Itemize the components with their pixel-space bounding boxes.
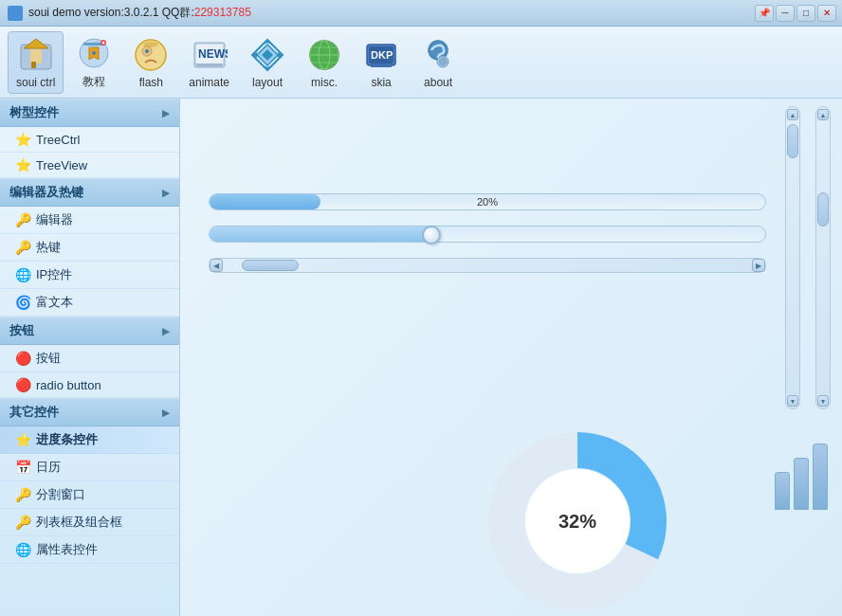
- sidebar-item-property[interactable]: 🌐 属性表控件: [0, 536, 179, 564]
- toolbar-item-soui-ctrl[interactable]: soui ctrl: [8, 31, 64, 94]
- toolbar-item-about[interactable]: about: [412, 32, 465, 93]
- sidebar-item-hotkey[interactable]: 🔑 热键: [0, 234, 179, 262]
- toolbar-item-skia[interactable]: DKP skia: [355, 32, 408, 93]
- toolbar-label-misc: misc.: [311, 76, 338, 89]
- toolbar-item-flash[interactable]: flash: [124, 32, 177, 93]
- ip-icon: 🌐: [15, 267, 30, 282]
- toolbar-item-tutorial[interactable]: 教程: [67, 30, 120, 94]
- group-label-tree: 树型控件: [9, 104, 59, 121]
- svg-rect-3: [31, 62, 36, 68]
- minimize-button[interactable]: ─: [776, 5, 795, 22]
- hscroll-container: ◀ ▶: [209, 258, 766, 273]
- toolbar-label-animate: animate: [189, 76, 229, 89]
- bar-2: [794, 458, 809, 510]
- radio-icon: 🔴: [15, 377, 30, 392]
- sidebar-group-tree[interactable]: 树型控件 ▶: [0, 99, 179, 127]
- toolbar-label-skia: skia: [371, 76, 391, 89]
- slider-container: [209, 226, 766, 243]
- arrow-icon-4: ▶: [162, 408, 170, 418]
- item-label-treectrl: TreeCtrl: [36, 133, 80, 147]
- property-icon: 🌐: [15, 542, 30, 557]
- restore-button[interactable]: □: [796, 5, 815, 22]
- bar-3: [813, 444, 828, 510]
- item-label-split: 分割窗口: [36, 486, 85, 503]
- progress-track: 20%: [209, 193, 766, 210]
- donut-chart: 32%: [483, 426, 672, 616]
- layout-icon: [248, 36, 286, 74]
- hscroll-right-button[interactable]: ▶: [752, 259, 765, 272]
- misc-icon: [305, 36, 343, 74]
- sidebar-item-radio[interactable]: 🔴 radio button: [0, 372, 179, 398]
- pin-button[interactable]: 📌: [755, 5, 774, 22]
- slider-thumb[interactable]: [422, 226, 441, 245]
- hscroll-thumb[interactable]: [242, 260, 299, 271]
- titlebar-text: soui demo version:3.0.2.1 QQ群:229313785: [28, 5, 251, 21]
- sidebar-item-ip[interactable]: 🌐 IP控件: [0, 262, 179, 289]
- arrow-icon-2: ▶: [162, 188, 170, 198]
- sidebar-group-button[interactable]: 按钮 ▶: [0, 317, 179, 345]
- star-icon: ⭐: [15, 132, 30, 147]
- item-label-treeview: TreeView: [36, 158, 87, 172]
- title-text: soui demo version:3.0.2.1 QQ群:: [28, 6, 194, 19]
- vscroll-down-button-1[interactable]: ▼: [787, 395, 798, 407]
- vscroll-thumb-1[interactable]: [787, 124, 798, 158]
- progress-fill: [210, 194, 320, 209]
- svg-point-12: [143, 42, 158, 47]
- hscroll-left-button[interactable]: ◀: [210, 259, 223, 272]
- svg-point-8: [102, 42, 105, 45]
- hscroll-inner: [223, 259, 752, 272]
- item-label-radio: radio button: [36, 378, 101, 392]
- close-button[interactable]: ✕: [817, 5, 836, 22]
- star-icon-2: ⭐: [15, 157, 30, 172]
- about-icon: [419, 36, 457, 74]
- hotkey-icon: 🔑: [15, 240, 30, 255]
- button-icon: 🔴: [15, 351, 30, 366]
- sidebar-item-calendar[interactable]: 📅 日历: [0, 454, 179, 481]
- sidebar-item-richtext[interactable]: 🌀 富文本: [0, 289, 179, 317]
- group-label-editor: 编辑器及热键: [9, 184, 83, 201]
- svg-rect-2: [30, 49, 42, 63]
- sidebar-group-other[interactable]: 其它控件 ▶: [0, 398, 179, 426]
- slider-track[interactable]: [209, 226, 766, 243]
- item-label-button: 按钮: [36, 350, 61, 367]
- bar-1: [775, 472, 790, 510]
- toolbar-label-soui-ctrl: soui ctrl: [16, 76, 55, 89]
- vscroll-track-2: ▲ ▼: [815, 106, 831, 409]
- svg-point-11: [145, 49, 149, 53]
- toolbar-item-misc[interactable]: misc.: [298, 32, 351, 93]
- sidebar-item-treeview[interactable]: ⭐ TreeView: [0, 153, 179, 178]
- vscroll-up-button-2[interactable]: ▲: [817, 109, 829, 120]
- vscroll-up-button-1[interactable]: ▲: [787, 109, 798, 120]
- skia-icon: DKP: [362, 36, 400, 74]
- toolbar-label-about: about: [424, 76, 452, 89]
- animate-icon: NEWS: [191, 36, 229, 74]
- vscroll-track-1: ▲ ▼: [785, 106, 800, 409]
- slider-fill: [210, 226, 431, 242]
- editor-icon: 🔑: [15, 212, 30, 227]
- group-label-button: 按钮: [9, 322, 34, 339]
- richtext-icon: 🌀: [15, 295, 30, 310]
- vscroll-bar-1: ▲ ▼: [785, 106, 802, 409]
- item-label-editor: 编辑器: [36, 211, 73, 228]
- sidebar-item-editor[interactable]: 🔑 编辑器: [0, 207, 179, 234]
- content-area: 20% ◀ ▶: [180, 99, 842, 616]
- toolbar-item-animate[interactable]: NEWS animate: [181, 32, 237, 93]
- split-icon: 🔑: [15, 487, 30, 502]
- sidebar-item-split[interactable]: 🔑 分割窗口: [0, 481, 179, 509]
- svg-point-5: [92, 51, 96, 55]
- toolbar: soui ctrl 教程 flash: [0, 27, 842, 99]
- sidebar-item-progress[interactable]: ⭐ 进度条控件: [0, 426, 179, 454]
- toolbar-item-layout[interactable]: layout: [241, 32, 294, 93]
- group-label-other: 其它控件: [9, 404, 59, 421]
- arrow-icon-3: ▶: [162, 326, 170, 336]
- sidebar-item-treectrl[interactable]: ⭐ TreeCtrl: [0, 127, 179, 153]
- vscroll-down-button-2[interactable]: ▼: [817, 395, 829, 407]
- vscroll-thumb-2[interactable]: [817, 192, 829, 226]
- sidebar-item-button[interactable]: 🔴 按钮: [0, 345, 179, 372]
- svg-text:DKP: DKP: [371, 49, 393, 61]
- sidebar-item-listbox[interactable]: 🔑 列表框及组合框: [0, 509, 179, 536]
- tutorial-icon: [75, 34, 113, 72]
- sidebar-group-editor[interactable]: 编辑器及热键 ▶: [0, 178, 179, 207]
- sidebar: 树型控件 ▶ ⭐ TreeCtrl ⭐ TreeView 编辑器及热键 ▶ 🔑 …: [0, 99, 180, 616]
- window-controls: 📌 ─ □ ✕: [755, 5, 836, 22]
